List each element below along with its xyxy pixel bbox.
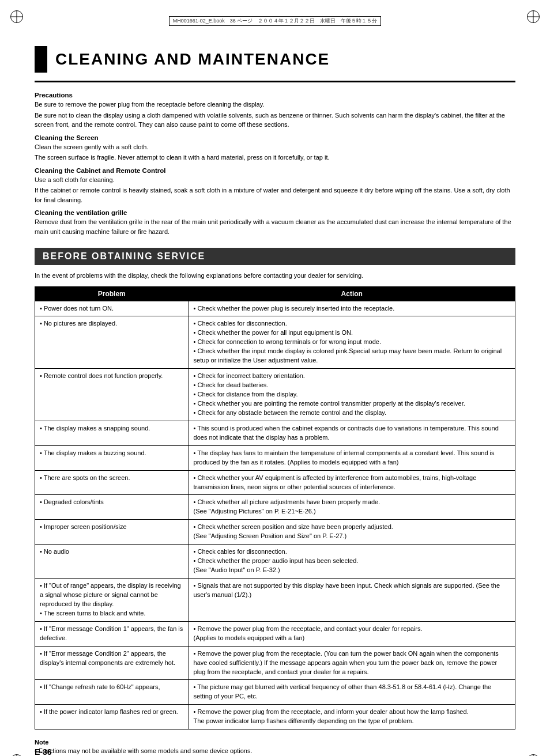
cleaning-ventilation-title: Cleaning the ventilation grille	[35, 209, 515, 216]
table-cell-action: • The picture may get blurred with verti…	[189, 680, 515, 705]
table-header-problem: Problem	[35, 286, 189, 301]
table-cell-action: • Check cables for disconnection. • Chec…	[189, 545, 515, 579]
table-cell-problem: • There are spots on the screen.	[35, 470, 189, 495]
table-cell-action: • Check whether your AV equipment is aff…	[189, 470, 515, 495]
table-cell-action: • Remove the power plug from the recepta…	[189, 621, 515, 646]
corner-crosshair-tr	[527, 10, 540, 23]
table-cell-action: • Check whether all picture adjustments …	[189, 495, 515, 520]
table-cell-problem: • Improper screen position/size	[35, 520, 189, 545]
cleaning-cabinet-section: Cleaning the Cabinet and Remote Control …	[35, 167, 515, 205]
main-content: Precautions Be sure to remove the power …	[35, 92, 515, 754]
file-info-bar: MH001661-02_E.book 36 ページ ２００４年１２月２２日 水曜…	[35, 16, 515, 26]
cleaning-screen-title: Cleaning the Screen	[35, 134, 515, 141]
table-cell-problem: • The display makes a buzzing sound.	[35, 445, 189, 470]
table-cell-action: • Check whether the power plug is secure…	[189, 301, 515, 316]
cleaning-cabinet-line-1: Use a soft cloth for cleaning.	[35, 175, 515, 185]
table-row: • Power does not turn ON.• Check whether…	[35, 301, 515, 316]
cleaning-ventilation-section: Cleaning the ventilation grille Remove d…	[35, 209, 515, 236]
table-row: • If the power indicator lamp flashes re…	[35, 705, 515, 729]
table-cell-problem: • No audio	[35, 545, 189, 579]
section-title-block: CLEANING AND MAINTENANCE	[35, 46, 515, 73]
cleaning-ventilation-line-1: Remove dust from the ventilation grille …	[35, 217, 515, 236]
table-cell-action: • Check cables for disconnection. • Chec…	[189, 316, 515, 369]
bos-banner: BEFORE OBTAINING SERVICE	[35, 248, 515, 265]
table-cell-action: • Remove the power plug from the recepta…	[189, 646, 515, 680]
table-cell-action: • Check for incorrect battery orientatio…	[189, 369, 515, 421]
table-row: • No audio• Check cables for disconnecti…	[35, 545, 515, 579]
table-cell-action: • Remove the power plug from the recepta…	[189, 705, 515, 729]
precautions-title: Precautions	[35, 92, 515, 99]
precautions-line-2: Be sure not to clean the display using a…	[35, 111, 515, 130]
table-cell-problem: • If "Out of range" appears, the display…	[35, 579, 189, 622]
table-cell-problem: • Degraded colors/tints	[35, 495, 189, 520]
table-cell-problem: • If "Change refresh rate to 60Hz" appea…	[35, 680, 189, 705]
cleaning-screen-section: Cleaning the Screen Clean the screen gen…	[35, 134, 515, 162]
table-row: • Improper screen position/size• Check w…	[35, 520, 515, 545]
table-row: • Degraded colors/tints• Check whether a…	[35, 495, 515, 520]
black-square-icon	[35, 46, 47, 73]
table-cell-problem: • If "Error message Condition 1" appears…	[35, 621, 189, 646]
table-cell-problem: • Power does not turn ON.	[35, 301, 189, 316]
table-row: • The display makes a snapping sound.• T…	[35, 421, 515, 445]
table-row: • Remote control does not function prope…	[35, 369, 515, 421]
table-row: • If "Out of range" appears, the display…	[35, 579, 515, 622]
file-info-text: MH001661-02_E.book 36 ページ ２００４年１２月２２日 水曜…	[169, 16, 382, 26]
corner-crosshair-tl	[10, 10, 23, 23]
table-cell-action: • The display has fans to maintain the t…	[189, 445, 515, 470]
table-cell-action: • Signals that are not supported by this…	[189, 579, 515, 622]
note-title: Note	[35, 739, 515, 746]
page-number: E-36	[35, 747, 52, 756]
cleaning-cabinet-line-2: If the cabinet or remote control is heav…	[35, 186, 515, 205]
table-row: • If "Change refresh rate to 60Hz" appea…	[35, 680, 515, 705]
table-row: • No pictures are displayed.• Check cabl…	[35, 316, 515, 369]
table-header-action: Action	[189, 286, 515, 301]
table-cell-action: • This sound is produced when the cabine…	[189, 421, 515, 445]
table-row: • There are spots on the screen.• Check …	[35, 470, 515, 495]
bos-intro: In the event of problems with the displa…	[35, 271, 515, 281]
table-cell-problem: • The display makes a snapping sound.	[35, 421, 189, 445]
cleaning-cabinet-title: Cleaning the Cabinet and Remote Control	[35, 167, 515, 174]
cleaning-screen-line-2: The screen surface is fragile. Never att…	[35, 153, 515, 162]
precautions-section: Precautions Be sure to remove the power …	[35, 92, 515, 130]
title-underline	[35, 81, 515, 82]
table-row: • The display makes a buzzing sound.• Th…	[35, 445, 515, 470]
precautions-line-1: Be sure to remove the power plug from th…	[35, 100, 515, 109]
main-title: CLEANING AND MAINTENANCE	[55, 50, 330, 69]
note-section: Note • Functions may not be available wi…	[35, 739, 515, 754]
page: MH001661-02_E.book 36 ページ ２００４年１２月２２日 水曜…	[0, 0, 550, 756]
table-row: • If "Error message Condition 1" appears…	[35, 621, 515, 646]
note-text: • Functions may not be available with so…	[35, 747, 515, 754]
table-cell-problem: • If the power indicator lamp flashes re…	[35, 705, 189, 729]
troubleshooting-table: Problem Action • Power does not turn ON.…	[35, 286, 515, 730]
table-row: • If "Error message Condition 2" appears…	[35, 646, 515, 680]
table-cell-problem: • Remote control does not function prope…	[35, 369, 189, 421]
table-cell-problem: • No pictures are displayed.	[35, 316, 189, 369]
cleaning-screen-line-1: Clean the screen gently with a soft clot…	[35, 142, 515, 152]
table-cell-problem: • If "Error message Condition 2" appears…	[35, 646, 189, 680]
bos-title: BEFORE OBTAINING SERVICE	[43, 251, 205, 261]
table-cell-action: • Check whether screen position and size…	[189, 520, 515, 545]
